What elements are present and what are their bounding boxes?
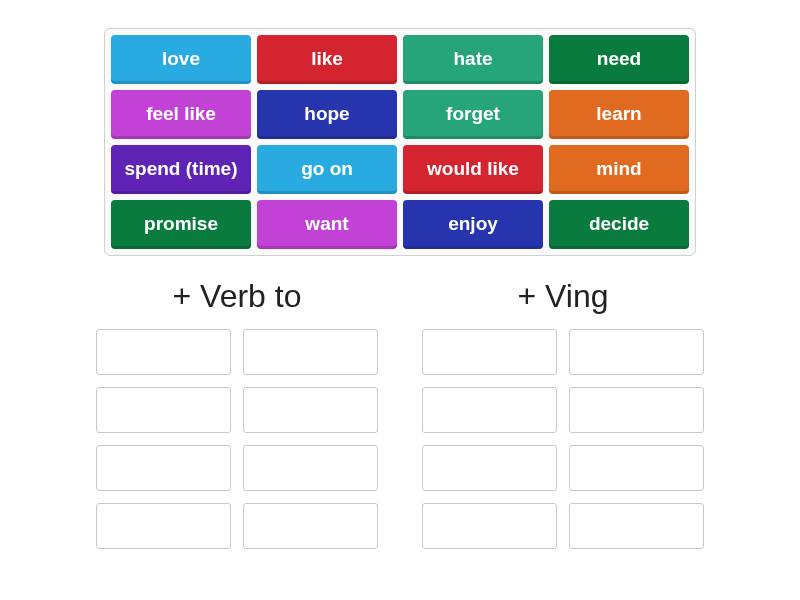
word-tile-label: spend (time) bbox=[125, 159, 238, 180]
drop-slot[interactable] bbox=[243, 445, 378, 491]
word-tile[interactable]: go on bbox=[257, 145, 397, 194]
drop-slot[interactable] bbox=[96, 503, 231, 549]
word-tile[interactable]: need bbox=[549, 35, 689, 84]
word-tile[interactable]: would like bbox=[403, 145, 543, 194]
word-tile[interactable]: hope bbox=[257, 90, 397, 139]
word-tile[interactable]: spend (time) bbox=[111, 145, 251, 194]
drop-slot[interactable] bbox=[569, 445, 704, 491]
drop-slot[interactable] bbox=[569, 503, 704, 549]
category-title-left: + Verb to bbox=[173, 278, 302, 315]
word-tile-label: would like bbox=[427, 159, 519, 180]
word-tile-label: learn bbox=[596, 104, 641, 125]
category-ving: + Ving bbox=[422, 278, 704, 549]
word-tile-label: mind bbox=[596, 159, 641, 180]
word-tile[interactable]: want bbox=[257, 200, 397, 249]
word-tile-label: go on bbox=[301, 159, 353, 180]
word-tile-label: love bbox=[162, 49, 200, 70]
drop-slot[interactable] bbox=[422, 329, 557, 375]
drop-slot[interactable] bbox=[96, 387, 231, 433]
word-tile[interactable]: decide bbox=[549, 200, 689, 249]
word-tile[interactable]: hate bbox=[403, 35, 543, 84]
drop-slot[interactable] bbox=[243, 503, 378, 549]
drop-slot[interactable] bbox=[422, 503, 557, 549]
drop-slot[interactable] bbox=[96, 445, 231, 491]
word-tile[interactable]: learn bbox=[549, 90, 689, 139]
drop-slot[interactable] bbox=[422, 387, 557, 433]
word-tile[interactable]: forget bbox=[403, 90, 543, 139]
word-tile[interactable]: mind bbox=[549, 145, 689, 194]
word-tile[interactable]: enjoy bbox=[403, 200, 543, 249]
categories-row: + Verb to + Ving bbox=[0, 278, 800, 549]
word-tile[interactable]: feel like bbox=[111, 90, 251, 139]
drop-slot[interactable] bbox=[569, 329, 704, 375]
word-tile[interactable]: love bbox=[111, 35, 251, 84]
word-tile-label: like bbox=[311, 49, 343, 70]
drop-slot[interactable] bbox=[96, 329, 231, 375]
drop-slot[interactable] bbox=[422, 445, 557, 491]
drop-slot[interactable] bbox=[569, 387, 704, 433]
word-tile-label: hope bbox=[304, 104, 349, 125]
word-bank: lovelikehateneedfeel likehopeforgetlearn… bbox=[104, 28, 696, 256]
word-tile-label: need bbox=[597, 49, 641, 70]
drop-slot[interactable] bbox=[243, 329, 378, 375]
drop-slot[interactable] bbox=[243, 387, 378, 433]
slots-left bbox=[96, 329, 378, 549]
word-tile-label: decide bbox=[589, 214, 649, 235]
word-tile-label: want bbox=[305, 214, 348, 235]
word-tile[interactable]: like bbox=[257, 35, 397, 84]
word-tile-label: enjoy bbox=[448, 214, 498, 235]
word-tile-label: hate bbox=[453, 49, 492, 70]
category-title-right: + Ving bbox=[517, 278, 608, 315]
category-verb-to: + Verb to bbox=[96, 278, 378, 549]
word-tile-label: feel like bbox=[146, 104, 216, 125]
word-tile-label: promise bbox=[144, 214, 218, 235]
slots-right bbox=[422, 329, 704, 549]
word-tile-label: forget bbox=[446, 104, 500, 125]
word-tile[interactable]: promise bbox=[111, 200, 251, 249]
